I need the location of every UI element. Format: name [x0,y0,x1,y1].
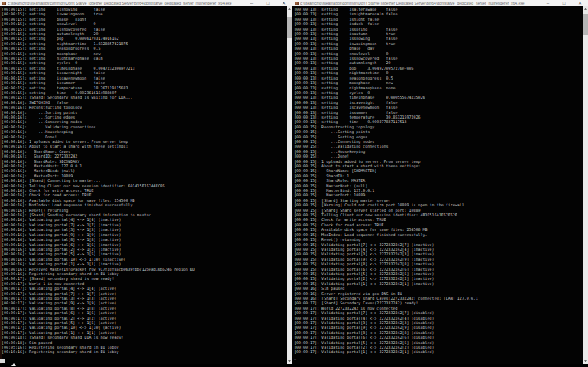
minimize-button[interactable]: – [244,0,260,6]
console-output-area[interactable]: [00:00:15]: setting issnowing false [00:… [0,6,287,364]
console-log-text: [00:00:15]: setting issnowing false [00:… [0,6,287,359]
scroll-up-arrow-icon[interactable] [583,6,588,11]
window-edge-artifact [0,6,2,364]
scroll-up-arrow-icon[interactable] [287,6,292,11]
vertical-scrollbar[interactable] [287,6,292,364]
window-controls: – □ ✕ [540,0,588,6]
app-icon [295,2,299,5]
maximize-button[interactable]: □ [556,0,572,6]
maximize-button[interactable]: □ [260,0,276,6]
scroll-down-arrow-icon[interactable] [287,359,292,364]
horizontal-scroll-nub[interactable] [0,359,5,363]
console-output-area[interactable]: [00:00:13]: setting isalterawake false [… [292,6,583,364]
console-log-text: [00:00:13]: setting isalterawake false [… [292,6,583,359]
titlebar[interactable]: c:\steamcmd\steamapps\common\Don't Starv… [0,0,292,6]
window-controls: – □ ✕ [244,0,292,6]
window-title: c:\steamcmd\steamapps\common\Don't Starv… [8,0,244,6]
close-button[interactable]: ✕ [276,0,292,6]
scrollbar-thumb[interactable] [287,17,292,38]
console-window-secondary-caves: c:\steamcmd\steamapps\common\Don't Starv… [0,0,292,364]
window-title: c:\steamcmd\steamapps\common\Don't Starv… [300,0,540,6]
scrollbar-thumb[interactable] [583,14,588,35]
titlebar[interactable]: c:\steamcmd\steamapps\common\Don't Starv… [292,0,588,6]
app-icon [2,2,6,5]
scroll-down-arrow-icon[interactable] [583,359,588,364]
console-window-master: c:\steamcmd\steamapps\common\Don't Starv… [292,0,588,364]
taskbar-peek-caret-icon[interactable] [11,363,16,366]
close-button[interactable]: ✕ [572,0,588,6]
vertical-scrollbar[interactable] [583,6,588,364]
minimize-button[interactable]: – [540,0,556,6]
